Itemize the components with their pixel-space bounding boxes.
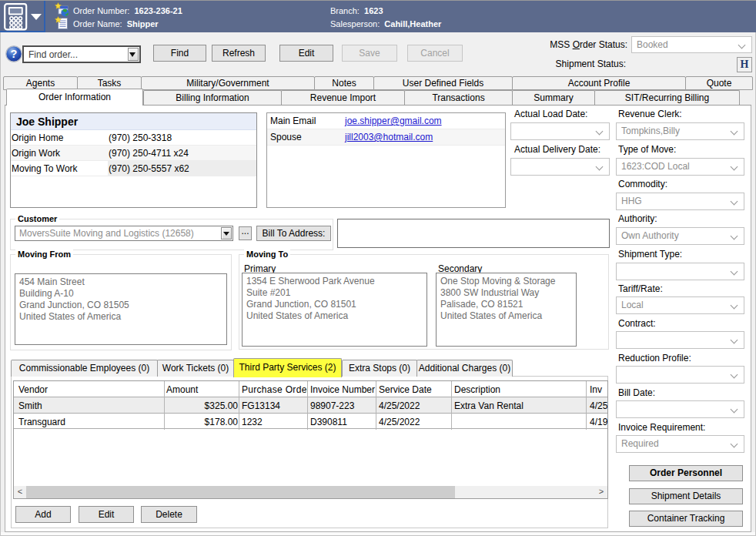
- svg-text:?: ?: [11, 48, 18, 60]
